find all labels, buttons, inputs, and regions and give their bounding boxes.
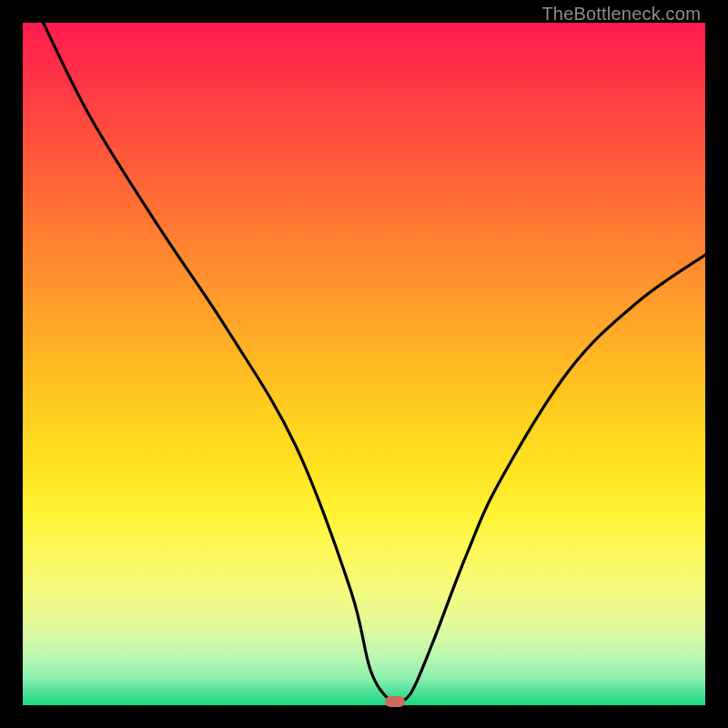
watermark-text: TheBottleneck.com [541, 4, 701, 25]
bottleneck-curve [23, 23, 705, 705]
optimum-marker [385, 696, 405, 707]
chart-frame: TheBottleneck.com [0, 0, 728, 728]
plot-area [23, 23, 705, 705]
